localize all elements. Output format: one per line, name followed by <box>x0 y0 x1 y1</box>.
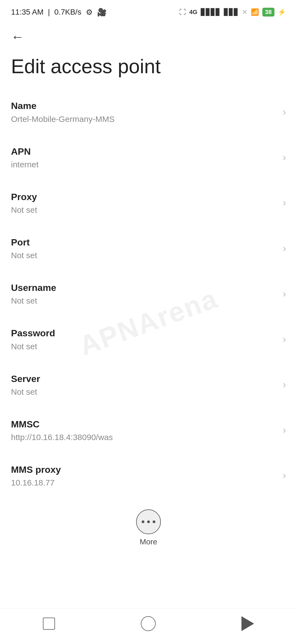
settings-item-content-0: NameOrtel-Mobile-Germany-MMS <box>11 100 277 124</box>
settings-item-value-6: Not set <box>11 386 277 397</box>
status-left: 11:35 AM | 0.7KB/s ⚙ 🎥 <box>11 8 107 17</box>
settings-item-label-3: Port <box>11 236 277 248</box>
settings-item-port[interactable]: PortNot set› <box>11 226 286 271</box>
network-speed: 0.7KB/s <box>54 8 81 17</box>
settings-item-value-8: 10.16.18.77 <box>11 477 277 488</box>
settings-item-content-1: APNinternet <box>11 145 277 170</box>
chevron-right-icon-7: › <box>283 424 286 436</box>
chevron-right-icon-8: › <box>283 470 286 481</box>
settings-item-server[interactable]: ServerNot set› <box>11 362 286 408</box>
more-label: More <box>140 537 157 546</box>
home-icon <box>141 616 156 631</box>
settings-item-value-3: Not set <box>11 250 277 261</box>
signal-bars2-icon: ▊▊▊ <box>224 8 239 16</box>
settings-list: NameOrtel-Mobile-Germany-MMS›APNinternet… <box>0 89 297 498</box>
camera-icon: 🎥 <box>97 8 107 17</box>
settings-item-content-5: PasswordNot set <box>11 327 277 351</box>
settings-item-value-1: internet <box>11 159 277 170</box>
settings-item-label-0: Name <box>11 100 277 112</box>
more-button[interactable] <box>136 509 161 534</box>
settings-item-value-4: Not set <box>11 295 277 306</box>
chevron-right-icon-5: › <box>283 334 286 345</box>
back-nav-button[interactable] <box>241 616 254 631</box>
chevron-right-icon-2: › <box>283 197 286 209</box>
settings-item-proxy[interactable]: ProxyNot set› <box>11 180 286 226</box>
charging-icon: ⚡ <box>278 8 286 16</box>
status-right: ⛶ 4G ▊▊▊▊ ▊▊▊ ✕ 📶 38 ⚡ <box>179 8 286 17</box>
nav-bar <box>0 608 297 644</box>
back-area: ← <box>0 22 297 49</box>
settings-item-label-1: APN <box>11 145 277 157</box>
settings-item-label-8: MMS proxy <box>11 463 277 476</box>
battery-indicator: 38 <box>262 8 274 17</box>
settings-item-content-6: ServerNot set <box>11 373 277 397</box>
more-dots-icon <box>142 520 155 523</box>
settings-item-content-8: MMS proxy10.16.18.77 <box>11 463 277 488</box>
settings-item-password[interactable]: PasswordNot set› <box>11 316 286 362</box>
speed: | <box>48 8 50 17</box>
wifi-icon: 📶 <box>251 8 259 16</box>
recent-apps-button[interactable] <box>43 618 55 630</box>
settings-item-content-2: ProxyNot set <box>11 191 277 215</box>
signal-4g-icon: 4G <box>189 9 197 16</box>
settings-item-apn[interactable]: APNinternet› <box>11 135 286 180</box>
chevron-right-icon-4: › <box>283 288 286 300</box>
settings-item-label-2: Proxy <box>11 191 277 203</box>
chevron-right-icon-6: › <box>283 379 286 391</box>
time: 11:35 AM <box>11 8 43 17</box>
chevron-right-icon-3: › <box>283 243 286 254</box>
status-bar: 11:35 AM | 0.7KB/s ⚙ 🎥 ⛶ 4G ▊▊▊▊ ▊▊▊ ✕ 📶… <box>0 0 297 22</box>
settings-item-mms-proxy[interactable]: MMS proxy10.16.18.77› <box>11 453 286 498</box>
chevron-right-icon-0: › <box>283 106 286 118</box>
home-button[interactable] <box>141 616 156 631</box>
settings-item-username[interactable]: UsernameNot set› <box>11 271 286 316</box>
settings-item-label-7: MMSC <box>11 418 277 430</box>
settings-item-label-5: Password <box>11 327 277 339</box>
page-title: Edit access point <box>0 49 297 89</box>
settings-item-label-6: Server <box>11 373 277 385</box>
bluetooth-icon: ⛶ <box>179 8 186 16</box>
signal-x-icon: ✕ <box>242 8 248 16</box>
chevron-right-icon-1: › <box>283 152 286 163</box>
recent-apps-icon <box>43 618 55 630</box>
settings-icon: ⚙ <box>86 8 93 17</box>
settings-item-name[interactable]: NameOrtel-Mobile-Germany-MMS› <box>11 89 286 135</box>
settings-item-content-4: UsernameNot set <box>11 282 277 306</box>
settings-item-label-4: Username <box>11 282 277 294</box>
settings-item-content-3: PortNot set <box>11 236 277 261</box>
settings-item-value-2: Not set <box>11 204 277 215</box>
settings-item-mmsc[interactable]: MMSChttp://10.16.18.4:38090/was› <box>11 408 286 453</box>
more-section: More <box>0 498 297 555</box>
back-button[interactable]: ← <box>11 30 24 43</box>
back-nav-icon <box>241 616 254 631</box>
signal-bars-icon: ▊▊▊▊ <box>201 8 221 16</box>
settings-item-value-7: http://10.16.18.4:38090/was <box>11 432 277 443</box>
settings-item-content-7: MMSChttp://10.16.18.4:38090/was <box>11 418 277 443</box>
settings-item-value-0: Ortel-Mobile-Germany-MMS <box>11 114 277 124</box>
settings-item-value-5: Not set <box>11 341 277 352</box>
